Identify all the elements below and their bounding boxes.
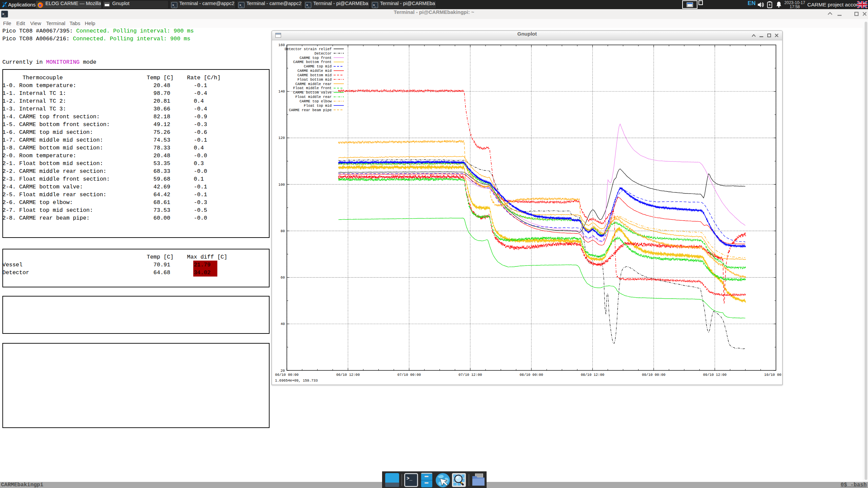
svg-text:06/10 12:00: 06/10 12:00 (336, 373, 360, 377)
svg-text:100: 100 (278, 183, 285, 187)
svg-text:Float middle front: Float middle front (293, 86, 332, 90)
svg-text:Float top mid: Float top mid (304, 104, 332, 108)
svg-text:1.69654e+09, 159.733: 1.69654e+09, 159.733 (275, 379, 318, 383)
svg-text:10/10 00:00: 10/10 00:00 (764, 373, 782, 377)
svg-text:20: 20 (280, 369, 285, 373)
svg-text:08/10 12:00: 08/10 12:00 (581, 373, 604, 377)
svg-text:CARME bottom valve: CARME bottom valve (293, 90, 332, 95)
svg-text:CARME top elbow: CARME top elbow (299, 99, 332, 103)
svg-text:40: 40 (280, 322, 285, 326)
svg-text:Float bottom mid: Float bottom mid (297, 78, 332, 82)
svg-text:CARME bottom front: CARME bottom front (293, 60, 332, 64)
svg-text:CARME top front: CARME top front (299, 56, 332, 60)
svg-text:140: 140 (278, 89, 285, 94)
svg-text:Float middle rear: Float middle rear (295, 95, 332, 99)
svg-text:60: 60 (280, 276, 285, 280)
svg-text:Detector strain relief: Detector strain relief (284, 47, 332, 51)
svg-text:CARME rear beam pipe: CARME rear beam pipe (289, 108, 332, 112)
svg-text:80: 80 (280, 229, 285, 233)
svg-text:08/10 00:00: 08/10 00:00 (520, 373, 543, 377)
svg-text:120: 120 (278, 136, 285, 140)
svg-text:07/10 00:00: 07/10 00:00 (397, 373, 421, 377)
svg-text:160: 160 (278, 43, 285, 47)
svg-text:09/10 12:00: 09/10 12:00 (703, 373, 727, 377)
svg-text:Detector: Detector (315, 52, 332, 56)
svg-text:06/10 00:00: 06/10 00:00 (275, 373, 298, 377)
svg-text:09/10 00:00: 09/10 00:00 (642, 373, 665, 377)
svg-text:CARME middle rear: CARME middle rear (295, 82, 332, 86)
svg-text:07/10 12:00: 07/10 12:00 (458, 373, 482, 377)
svg-text:CARME top mid: CARME top mid (304, 64, 332, 68)
svg-text:CARME bottom mid: CARME bottom mid (297, 73, 332, 77)
svg-text:CARME middle mid: CARME middle mid (297, 69, 332, 73)
